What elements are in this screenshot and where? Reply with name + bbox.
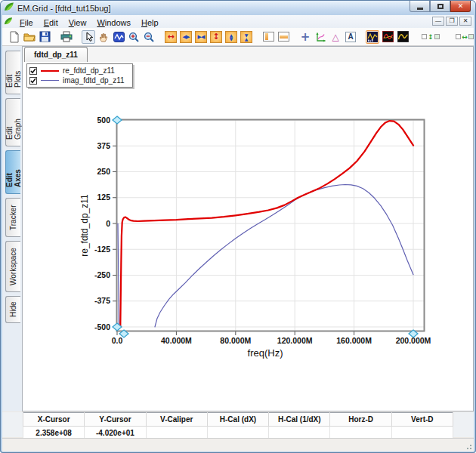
plot-thumbnail-icon xyxy=(367,32,378,42)
tab-fdtd_dp_z11[interactable]: fdtd_dp_z11 xyxy=(24,47,88,63)
new-document-button[interactable] xyxy=(8,30,21,44)
y-tick-label: -500 xyxy=(94,322,110,331)
close-button[interactable]: ✕ xyxy=(450,1,471,12)
expand-horizontal-button[interactable]: ↔ xyxy=(164,30,178,44)
zoom-region-icon xyxy=(113,32,125,42)
new-document-icon xyxy=(9,31,20,43)
open-button[interactable] xyxy=(23,30,36,44)
link-horizontal-button[interactable]: ↔ xyxy=(452,30,474,44)
window-controls: ✕ xyxy=(410,1,471,12)
expand-horizontal-icon: ↔ xyxy=(165,31,177,43)
text-annotation-button[interactable]: A xyxy=(344,30,357,44)
plot-style-red-button[interactable] xyxy=(381,30,394,44)
zoom-region-button[interactable] xyxy=(112,30,125,44)
caliper-button[interactable]: △ xyxy=(329,30,342,44)
axes-button[interactable] xyxy=(314,30,327,44)
print-icon xyxy=(60,31,73,42)
plot-window: fdtd_dp_z11 re_fdtd_dp_z11imag_fdtd_dp_z… xyxy=(22,46,474,411)
fit-vertical-button[interactable]: ▼▲ xyxy=(240,30,253,44)
plot-frame xyxy=(117,120,425,331)
minimize-button[interactable] xyxy=(410,1,430,12)
select-tool-button[interactable] xyxy=(82,30,95,44)
x-tick-label: 80.000M xyxy=(220,336,251,345)
content-area: Edit PlotsEdit GraphEdit AxesTrackerWork… xyxy=(2,46,474,411)
cursor-col-vert-d: Vert-D xyxy=(391,413,453,427)
series-imag-fdtd-dp-z11 xyxy=(118,223,119,327)
split-vertical-icon xyxy=(263,32,274,42)
menu-items: FileEditViewWindowsHelp xyxy=(14,15,164,29)
minimize-icon xyxy=(417,8,423,10)
menu-edit[interactable]: Edit xyxy=(39,17,63,28)
cursor-table: X-CursorY-CursorV-CaliperH-Cal (dX)H-Cal… xyxy=(23,412,453,440)
maximize-icon xyxy=(437,4,444,9)
mdi-close-button[interactable]: ✕ xyxy=(459,17,471,26)
side-tab-edit-graph[interactable]: Edit Graph xyxy=(5,98,20,146)
side-tab-hide[interactable]: Hide xyxy=(5,296,20,323)
side-tab-edit-axes[interactable]: Edit Axes xyxy=(5,150,20,194)
app-logo-icon xyxy=(4,2,14,15)
menu-view[interactable]: View xyxy=(63,17,92,28)
pan-hand-icon xyxy=(98,32,109,42)
menu-bar: FileEditViewWindowsHelp — ❐ ✕ xyxy=(2,15,474,29)
select-arrow-icon xyxy=(84,32,94,42)
resize-grip-icon[interactable] xyxy=(465,442,472,450)
plot-canvas[interactable]: re_fdtd_dp_z11imag_fdtd_dp_z11 0.040.000… xyxy=(23,62,473,411)
print-button[interactable] xyxy=(60,30,73,44)
open-folder-icon xyxy=(23,32,36,42)
menu-help[interactable]: Help xyxy=(136,17,164,28)
mdi-restore-button[interactable]: ❐ xyxy=(446,17,458,26)
split-horizontal-button[interactable] xyxy=(277,30,290,44)
shrink-horizontal-button[interactable]: ◀▶ xyxy=(179,30,193,44)
y-axis-top-handle[interactable] xyxy=(113,116,122,124)
side-tab-workspace[interactable]: Workspace xyxy=(5,241,20,292)
split-vertical-button[interactable] xyxy=(261,30,275,44)
chart[interactable]: 0.040.000M80.000M120.000M160.000M200.000… xyxy=(23,62,474,411)
expand-vertical-button[interactable]: ↕ xyxy=(209,30,223,44)
legend-label: re_fdtd_dp_z11 xyxy=(63,66,115,75)
plot-style-yellow-button[interactable] xyxy=(396,30,410,44)
zoom-out-button[interactable] xyxy=(142,30,156,44)
pan-tool-button[interactable] xyxy=(97,30,110,44)
legend: re_fdtd_dp_z11imag_fdtd_dp_z11 xyxy=(26,63,133,88)
link-vertical-button[interactable]: ↕ xyxy=(418,30,444,44)
side-tab-edit-plots[interactable]: Edit Plots xyxy=(5,51,20,94)
legend-label: imag_fdtd_dp_z11 xyxy=(63,76,125,85)
y-axis-title: re_fdtd_dp_z11 xyxy=(79,194,90,257)
plot-style-yellow-icon xyxy=(397,31,409,42)
title-bar[interactable]: EM.Grid - [fdtd_tut15bug] ✕ xyxy=(1,1,475,15)
cursor-col-horz-d: Horz-D xyxy=(330,413,391,427)
plot-thumbnail-button[interactable] xyxy=(366,30,379,44)
y-tick-label: -250 xyxy=(94,270,110,279)
shrink-horizontal-icon: ◀▶ xyxy=(180,31,192,43)
fit-horizontal-button[interactable]: ▶◀ xyxy=(194,30,208,44)
crosshair-button[interactable]: + xyxy=(298,30,312,44)
mdi-controls: — ❐ ✕ xyxy=(432,17,471,26)
crosshair-icon: + xyxy=(301,32,311,42)
expand-vertical-icon: ↕ xyxy=(210,31,222,43)
x-tick-label: 0.0 xyxy=(112,336,123,345)
axes-icon xyxy=(315,32,326,42)
menu-file[interactable]: File xyxy=(14,17,39,28)
y-tick-label: 250 xyxy=(97,167,110,176)
save-button[interactable] xyxy=(38,30,51,44)
y-tick-label: 500 xyxy=(97,116,110,125)
save-floppy-icon xyxy=(39,31,51,42)
fit-vertical-icon: ▼▲ xyxy=(240,31,252,43)
legend-checkbox[interactable] xyxy=(29,77,37,85)
side-tab-tracker[interactable]: Tracker xyxy=(5,198,20,237)
zoom-in-icon xyxy=(128,32,139,42)
maximize-button[interactable] xyxy=(430,1,450,12)
y-tick-label: -375 xyxy=(94,296,110,305)
mdi-minimize-button[interactable]: — xyxy=(432,17,444,26)
cursor-col-x-cursor: X-Cursor xyxy=(23,413,85,427)
cursor-col-v-caliper: V-Caliper xyxy=(146,413,207,427)
shrink-vertical-button[interactable]: ▲▼ xyxy=(224,30,238,44)
document-logo-icon xyxy=(4,15,13,29)
zoom-in-button[interactable] xyxy=(127,30,141,44)
zoom-out-icon xyxy=(144,32,154,42)
legend-checkbox[interactable] xyxy=(29,67,37,75)
fit-horizontal-icon: ▶◀ xyxy=(195,31,207,43)
menu-windows[interactable]: Windows xyxy=(91,17,136,28)
y-tick-label: 0 xyxy=(106,219,110,228)
cursor-col-h-cal-dx-: H-Cal (dX) xyxy=(207,413,268,427)
